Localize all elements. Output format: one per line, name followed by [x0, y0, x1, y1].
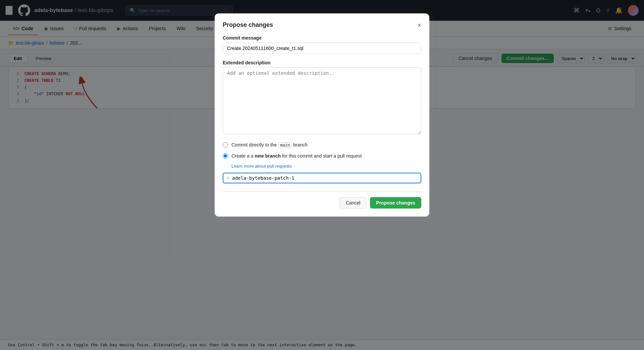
- radio-new-branch: Create a a new branch for this commit an…: [223, 153, 421, 160]
- branch-option-group: Commit directly to the main branch Creat…: [223, 141, 421, 183]
- modal-title: Propose changes: [223, 21, 273, 28]
- extended-description-input[interactable]: [223, 67, 421, 134]
- radio-direct-label: Commit directly to the main branch: [231, 141, 308, 149]
- modal-header: Propose changes ×: [223, 21, 421, 28]
- commit-message-input[interactable]: [223, 43, 421, 54]
- radio-direct-input[interactable]: [223, 142, 228, 148]
- radio-new-input[interactable]: [223, 153, 228, 159]
- modal-close-button[interactable]: ×: [417, 22, 421, 28]
- branch-name-wrapper: ⑂: [223, 173, 421, 183]
- modal-propose-button[interactable]: Propose changes: [370, 197, 421, 209]
- learn-more-link[interactable]: Learn more about pull requests: [231, 164, 421, 169]
- commit-message-label: Commit message: [223, 35, 421, 41]
- modal-cancel-button[interactable]: Cancel: [339, 197, 367, 209]
- commit-message-group: Commit message: [223, 35, 421, 54]
- modal-overlay: Propose changes × Commit message Extende…: [0, 0, 644, 350]
- branch-name-input[interactable]: [232, 175, 417, 181]
- extended-description-label: Extended description: [223, 60, 421, 65]
- propose-changes-modal: Propose changes × Commit message Extende…: [215, 13, 429, 217]
- radio-new-label: Create a a new branch for this commit an…: [231, 153, 362, 160]
- radio-direct-commit: Commit directly to the main branch: [223, 141, 421, 149]
- extended-description-group: Extended description: [223, 60, 421, 135]
- branch-icon: ⑂: [227, 175, 229, 181]
- modal-footer: Cancel Propose changes: [223, 191, 421, 209]
